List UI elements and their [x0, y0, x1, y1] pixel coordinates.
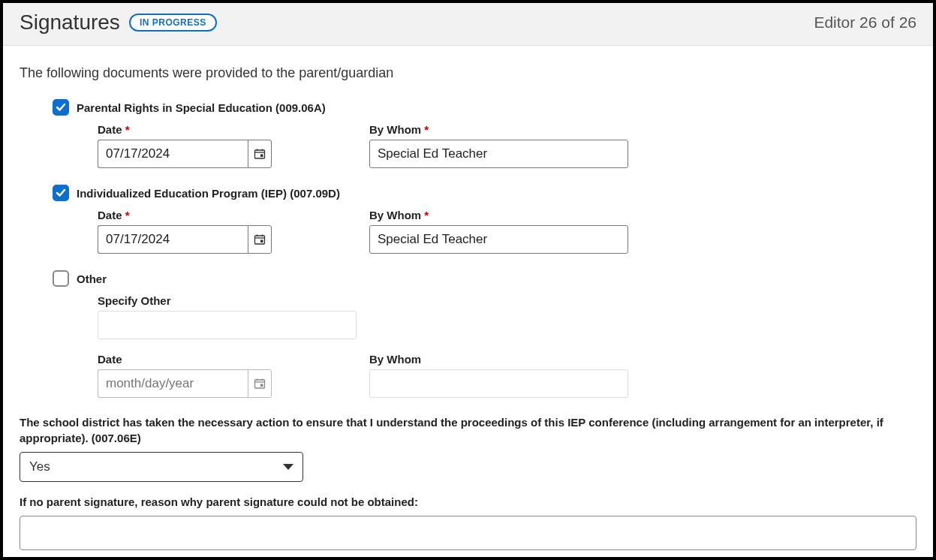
label-bywhom-other: By Whom [369, 353, 640, 366]
intro-text: The following documents were provided to… [20, 65, 916, 81]
label-date-iep: Date * [98, 209, 368, 221]
editor-count: Editor 26 of 26 [814, 14, 916, 32]
svg-rect-9 [260, 240, 263, 243]
label-bywhom-iep: By Whom * [369, 209, 640, 221]
no-signature-textarea[interactable] [20, 516, 916, 550]
calendar-button-other[interactable] [248, 369, 272, 398]
action-select[interactable]: Yes [20, 452, 303, 482]
date-input-iep[interactable] [98, 225, 248, 254]
checkbox-parental-rights[interactable] [53, 99, 69, 116]
doc-other: Other Specify Other Date By Whom [53, 270, 916, 398]
calendar-button-parental[interactable] [248, 140, 272, 168]
required-asterisk: * [125, 209, 130, 221]
no-signature-label: If no parent signature, reason why paren… [20, 494, 916, 510]
required-asterisk: * [125, 123, 130, 136]
date-input-parental[interactable] [98, 140, 248, 168]
page-header: Signatures IN PROGRESS Editor 26 of 26 [3, 3, 933, 46]
bywhom-input-iep[interactable] [369, 225, 628, 254]
checkbox-other[interactable] [53, 270, 69, 287]
svg-rect-0 [255, 150, 265, 158]
checkbox-iep[interactable] [53, 185, 69, 201]
label-date-parental: Date * [98, 123, 368, 136]
page-title: Signatures [20, 11, 120, 35]
label-specify-other: Specify Other [98, 294, 916, 307]
checkbox-label-other: Other [77, 272, 107, 285]
date-input-other[interactable] [98, 369, 248, 398]
calendar-icon [254, 148, 266, 160]
required-asterisk: * [424, 209, 429, 221]
svg-rect-10 [255, 380, 265, 388]
doc-parental-rights: Parental Rights in Special Education (00… [53, 99, 916, 168]
calendar-icon [254, 233, 266, 245]
required-asterisk: * [424, 123, 429, 136]
bywhom-input-parental[interactable] [369, 140, 628, 168]
svg-rect-5 [255, 236, 265, 244]
svg-rect-4 [260, 155, 263, 158]
action-select-value: Yes [29, 459, 50, 474]
checkbox-label-parental-rights: Parental Rights in Special Education (00… [77, 101, 326, 114]
specify-other-input[interactable] [98, 311, 357, 339]
svg-rect-14 [260, 384, 263, 387]
action-statement: The school district has taken the necess… [20, 414, 916, 446]
status-badge: IN PROGRESS [129, 14, 217, 32]
checkbox-label-iep: Individualized Education Program (IEP) (… [77, 187, 340, 200]
label-bywhom-parental: By Whom * [369, 123, 640, 136]
calendar-icon [254, 378, 266, 390]
chevron-down-icon [283, 464, 293, 470]
checkmark-icon [56, 102, 66, 113]
doc-iep: Individualized Education Program (IEP) (… [53, 185, 916, 254]
label-date-other: Date [98, 353, 368, 366]
calendar-button-iep[interactable] [248, 225, 272, 254]
bywhom-input-other[interactable] [369, 369, 628, 398]
checkmark-icon [56, 188, 66, 198]
